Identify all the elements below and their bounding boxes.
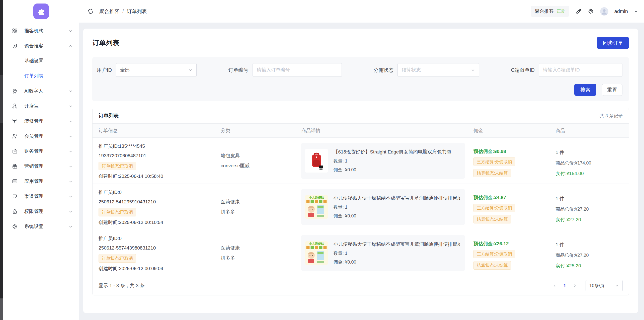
order-no-input[interactable] [257, 67, 338, 73]
filter-c-track-id: C端跟单ID [511, 63, 622, 77]
table-header-bar: 订单列表 共 3 条记录 [93, 108, 629, 124]
gear-icon[interactable] [588, 8, 594, 15]
breadcrumb-item[interactable]: 聚合推客 [99, 8, 119, 15]
table-column-headers: 订单信息 分类 商品详情 佣金 商品 [93, 124, 629, 138]
sidebar-item-permissions[interactable]: 权限管理 [3, 204, 79, 219]
sidebar-item-applications[interactable]: 应用管理 [3, 174, 79, 189]
product-detail-box: 小儿通便贴 [301, 189, 465, 225]
sidebar-item-finance[interactable]: 财务管理 [3, 144, 79, 159]
sidebar-item-marketing[interactable]: 营销管理 [3, 159, 79, 174]
product-commission: 佣金: ¥0.00 [333, 213, 460, 219]
page-size-value: 10条/页 [589, 283, 605, 289]
next-page-button[interactable] [571, 282, 579, 289]
reset-button[interactable]: 重置 [602, 84, 622, 96]
chevron-down-icon [69, 180, 72, 183]
sidebar-item-channels[interactable]: 渠道管理 [3, 189, 79, 204]
app-logo[interactable] [33, 4, 49, 19]
filter-order-no: 订单编号 [228, 63, 342, 77]
sidebar-item-label: 装修管理 [24, 118, 69, 124]
order-number: 250612-541295910431210 [99, 199, 221, 205]
chevron-down-icon [69, 29, 72, 33]
filter-panel: 用户ID 全部 订单编号 [92, 57, 629, 101]
commission-status-select[interactable]: 结算状态 [397, 63, 479, 77]
chevron-down-icon [69, 149, 72, 153]
page-size-select[interactable]: 10条/页 [586, 280, 623, 291]
chevron-up-icon [69, 44, 72, 48]
breadcrumb: 聚合推客 / 订单列表 [99, 8, 147, 15]
chevron-down-icon[interactable] [634, 9, 638, 13]
user-id-select[interactable]: 全部 [116, 63, 197, 77]
sidebar-item-label: 权限管理 [24, 208, 69, 215]
product-quantity: 数量: 1 [333, 250, 460, 256]
prev-page-button[interactable] [551, 282, 558, 289]
page-header: 订单列表 同步订单 [83, 29, 638, 57]
breadcrumb-item-current: 订单列表 [127, 8, 147, 15]
chevron-down-icon [69, 134, 72, 138]
avatar[interactable] [600, 7, 608, 16]
item-count: 1 件 [556, 242, 623, 248]
sidebar-item-decoration[interactable]: 装修管理 [3, 114, 79, 129]
sidebar-subitem-label: 订单列表 [24, 73, 43, 79]
promoter-id: 推广员ID:0 [99, 235, 221, 242]
chevron-left-icon [553, 284, 556, 287]
category: 医药健康 [221, 245, 301, 251]
baby-product-image: 小儿通便贴 [305, 195, 328, 219]
sidebar-item-label: 推客机构 [24, 28, 69, 34]
sidebar-subitem-basic-settings[interactable]: 基础设置 [3, 53, 79, 68]
estimated-commission: 预估佣金:¥4.67 [473, 194, 555, 201]
table-title: 订单列表 [99, 112, 119, 119]
promoter-id: 推广员ID:0 [99, 189, 221, 195]
c-track-id-input[interactable] [543, 67, 618, 73]
product-detail-box: 小儿通便贴 [301, 235, 465, 271]
sidebar-item-kaidianbao[interactable]: 开店宝 [3, 99, 79, 114]
refresh-icon[interactable] [87, 8, 94, 15]
sidebar-subitem-order-list[interactable]: 订单列表 [3, 68, 79, 84]
estimated-commission: 预估佣金:¥26.12 [473, 241, 555, 247]
filter-label: 分佣状态 [373, 67, 393, 73]
product-image [305, 149, 328, 173]
sidebar-item-members[interactable]: 会员管理 [3, 129, 79, 144]
share-nodes-icon [12, 103, 18, 109]
created-time: 创建时间:2025-06-12 00:09:04 [99, 266, 221, 272]
environment-status: 正常 [557, 9, 565, 14]
sidebar-item-system-settings[interactable]: 系统设置 [3, 219, 79, 234]
product-title: 小儿便秘贴大便干燥秘结不成型宝宝儿童润肠通便排便排胃肠道... [333, 241, 460, 248]
baby-product-image: 小儿通便贴 [305, 241, 328, 265]
org-grid-icon [12, 28, 18, 34]
sidebar-item-label: 开店宝 [24, 103, 69, 109]
promoter-id: 推广员ID:135****4545 [99, 143, 221, 149]
sync-orders-button[interactable]: 同步订单 [597, 37, 629, 49]
settle-status-badge: 结算状态:未结算 [473, 169, 511, 177]
gift-icon [12, 163, 18, 169]
avatar-person-icon [600, 7, 608, 16]
username[interactable]: admin [614, 9, 628, 14]
sidebar-item-label: 应用管理 [24, 178, 69, 185]
chevron-right-icon [573, 284, 577, 287]
chevron-down-icon [69, 89, 72, 93]
product-image: 小儿通便贴 [305, 241, 328, 265]
column-header: 订单信息 [93, 127, 221, 134]
environment-badge[interactable]: 聚合推客 正常 [531, 6, 569, 17]
column-header: 商品详情 [301, 127, 473, 134]
page-number[interactable]: 1 [561, 282, 569, 289]
pagination: 显示 1 - 3 条，共 3 条 1 10条/页 [93, 276, 629, 295]
search-button[interactable]: 搜索 [574, 84, 596, 96]
sidebar-item-label: 会员管理 [24, 133, 69, 139]
sidebar-item-label: 聚合推客 [24, 43, 69, 49]
sidebar-item-promoter-org[interactable]: 推客机构 [3, 23, 79, 38]
order-number: 193372070608487101 [99, 153, 221, 159]
member-icon [12, 133, 18, 139]
sidebar-item-ai-digital-human[interactable]: AI数字人 [3, 84, 79, 99]
rocket-icon[interactable] [575, 8, 582, 15]
chevron-down-icon [69, 195, 72, 198]
settle-status-badge: 结算状态:未结算 [473, 261, 511, 270]
sidebar-item-label: 财务管理 [24, 148, 69, 154]
table-row: 推广员ID:0 250612-557443980831210 订单状态:已取消 … [93, 230, 629, 276]
sidebar: 推客机构 聚合推客 基础设置 订单列表 AI [3, 0, 79, 320]
product-detail-box: 【618现货好价】Straight Edge男女简约电脑双肩包书包 数量: 1 … [301, 143, 465, 179]
sidebar-item-label: 系统设置 [24, 223, 69, 230]
board-icon [12, 193, 18, 199]
paid-amount: 实付:¥154.00 [556, 170, 623, 177]
sidebar-item-juhe-tuike[interactable]: 聚合推客 [3, 38, 79, 53]
table-total-count: 共 3 条记录 [600, 113, 623, 119]
